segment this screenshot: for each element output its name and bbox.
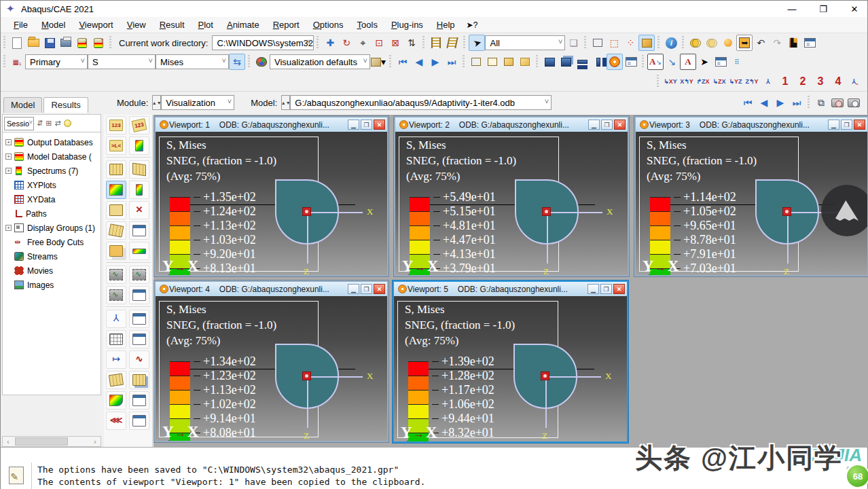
- session-combo[interactable]: Sessio: [4, 117, 34, 130]
- menu-plugins[interactable]: Plug-ins: [385, 18, 429, 31]
- fit-view-icon[interactable]: ⊠: [387, 35, 403, 51]
- query-cube-icon[interactable]: [638, 35, 655, 51]
- free-body-manager-icon[interactable]: [129, 371, 149, 389]
- plot-contours-icon[interactable]: [106, 181, 126, 199]
- selection-filter-combo[interactable]: All: [485, 35, 565, 50]
- odb-upgrade-icon[interactable]: [90, 35, 107, 51]
- boolean-intersect-icon[interactable]: [704, 35, 720, 51]
- material-orientation-icon[interactable]: [106, 221, 126, 240]
- redo-icon[interactable]: ↷: [769, 35, 785, 51]
- element-labels-icon[interactable]: 123: [129, 116, 149, 134]
- viewport-titlebar[interactable]: Viewport: 4 ODB: G:/abaquszonghexunli...…: [156, 282, 387, 296]
- wireframe-render-icon[interactable]: [468, 54, 484, 70]
- view-3-button[interactable]: 3: [812, 75, 829, 88]
- viewport-minimize-icon[interactable]: ▁: [348, 120, 359, 130]
- result-options-icon[interactable]: >L<: [106, 137, 126, 155]
- print-icon[interactable]: [58, 35, 74, 51]
- module-combo[interactable]: Visualization: [161, 95, 234, 110]
- rotate-icon[interactable]: ↻: [338, 35, 355, 51]
- anim-first-icon[interactable]: ⏮: [740, 94, 756, 111]
- new-file-icon[interactable]: [9, 35, 25, 51]
- viewport-plot[interactable]: S, Mises SNEG, (fraction = -1.0) (Avg: 7…: [156, 296, 387, 441]
- annotation-manager-icon[interactable]: [712, 54, 729, 70]
- video-camera-icon[interactable]: [829, 94, 846, 111]
- minimize-icon[interactable]: —: [786, 3, 798, 15]
- edit-selection-box-icon[interactable]: ⬚: [606, 35, 622, 51]
- path-create-icon[interactable]: ↦: [106, 350, 126, 369]
- animation-options-icon[interactable]: [129, 286, 149, 304]
- viewport-plot[interactable]: S, Mises SNEG, (fraction = -1.0) (Avg: 7…: [636, 132, 867, 275]
- overlay-plot-icon[interactable]: [106, 242, 126, 260]
- free-body-arrow-icon[interactable]: ➥: [736, 35, 753, 51]
- model-combo[interactable]: G:/abaquszonghexunliao/abaqus9/Adaptivit…: [290, 95, 551, 110]
- menu-report[interactable]: Report: [267, 18, 306, 31]
- snapshot-camera-icon[interactable]: [846, 94, 862, 111]
- viewport-titlebar[interactable]: Viewport: 2 ODB: G:/abaquszonghexunli...…: [395, 117, 628, 132]
- copy-object-icon[interactable]: ❏: [565, 35, 581, 51]
- field-component-combo[interactable]: Mises: [156, 54, 229, 69]
- animate-time-history-icon[interactable]: [129, 266, 149, 284]
- view-1-button[interactable]: 1: [776, 75, 794, 88]
- orientation-options-icon[interactable]: [129, 221, 149, 240]
- tree-hscrollbar[interactable]: ‹ ›: [2, 436, 101, 447]
- viewport-close-icon[interactable]: ✕: [374, 120, 385, 130]
- menu-viewport[interactable]: Viewport: [73, 18, 119, 31]
- tree-item-output-databases[interactable]: +Output Databases: [3, 135, 101, 149]
- tree-item-xydata[interactable]: XYData: [3, 192, 101, 206]
- anim-prev-icon[interactable]: ◀: [756, 94, 772, 111]
- query-triad-icon[interactable]: ⅄: [106, 310, 126, 328]
- annotation-cursor-icon[interactable]: ➤: [696, 54, 712, 70]
- prev-frame-icon[interactable]: ◀: [411, 54, 427, 70]
- tree-item-spectrums[interactable]: +Spectrums (7): [3, 164, 101, 178]
- menu-model[interactable]: Model: [35, 18, 71, 31]
- menu-plot[interactable]: Plot: [192, 18, 219, 31]
- view-cut-manager-icon[interactable]: [129, 391, 149, 410]
- overlay-options-icon[interactable]: [129, 242, 149, 260]
- magnify-icon[interactable]: ⌖: [355, 35, 371, 51]
- annotate-arrow-text-icon[interactable]: A↘: [647, 54, 664, 70]
- create-display-group-icon[interactable]: [428, 35, 444, 51]
- selection-cursor-icon[interactable]: ➤: [469, 35, 485, 51]
- annotate-arrow-icon[interactable]: ↘: [664, 54, 680, 70]
- viewport-restore-icon[interactable]: ❐: [841, 120, 852, 130]
- viewport-close-icon[interactable]: ✕: [613, 284, 625, 294]
- menu-options[interactable]: Options: [307, 18, 350, 31]
- viewport-restore-icon[interactable]: ❐: [361, 120, 372, 130]
- view-back-icon[interactable]: X↰Y: [679, 73, 695, 90]
- tree-up-level-icon[interactable]: ⊞: [46, 119, 52, 128]
- plot-symbols-icon[interactable]: [106, 201, 126, 219]
- tree-item-streams[interactable]: Streams: [3, 249, 101, 264]
- viewport-minimize-icon[interactable]: ▁: [828, 120, 839, 130]
- cycle-views-icon[interactable]: ⇅: [403, 35, 420, 51]
- view-front-icon[interactable]: ↳XY: [662, 73, 679, 90]
- xy-data-table-icon[interactable]: [106, 330, 126, 348]
- view-iso-icon[interactable]: ⅄: [760, 73, 776, 90]
- tree-item-paths[interactable]: Paths: [3, 206, 101, 221]
- anim-last-icon[interactable]: ⏭: [789, 94, 805, 111]
- field-output-dialog-icon[interactable]: ▦₁: [9, 54, 25, 70]
- open-file-icon[interactable]: [25, 35, 41, 51]
- lightbulb-icon[interactable]: [64, 120, 71, 127]
- restore-icon[interactable]: ❐: [817, 3, 829, 15]
- menu-view[interactable]: View: [121, 18, 152, 31]
- menu-help[interactable]: Help: [431, 18, 461, 31]
- point-probe-icon[interactable]: ⁘: [622, 35, 638, 51]
- expand-icon[interactable]: +: [5, 139, 12, 145]
- viewport-titlebar[interactable]: Viewport: 5 ODB: G:/abaquszonghexunli...…: [394, 282, 627, 296]
- tab-results[interactable]: Results: [43, 97, 88, 113]
- pan-icon[interactable]: ✚: [322, 35, 338, 51]
- shaded-render-icon[interactable]: [501, 54, 517, 70]
- display-options-icon[interactable]: [801, 35, 818, 51]
- viewport-minimize-icon[interactable]: ▁: [588, 120, 600, 130]
- save-icon[interactable]: [41, 35, 58, 51]
- symbol-options-icon[interactable]: ✕: [129, 201, 149, 219]
- field-variable-combo[interactable]: S: [88, 54, 156, 69]
- tree-item-movies[interactable]: Movies: [3, 264, 101, 278]
- expand-icon[interactable]: +: [5, 168, 12, 174]
- viewport-close-icon[interactable]: ✕: [854, 120, 865, 130]
- filled-render-icon[interactable]: [517, 54, 533, 70]
- spectrum-manager-icon[interactable]: [129, 137, 149, 155]
- first-frame-icon[interactable]: ⏮: [395, 54, 411, 70]
- view-4-button[interactable]: 4: [829, 75, 847, 88]
- viewport-titlebar[interactable]: Viewport: 3 ODB: G:/abaquszonghexunli...…: [636, 117, 867, 132]
